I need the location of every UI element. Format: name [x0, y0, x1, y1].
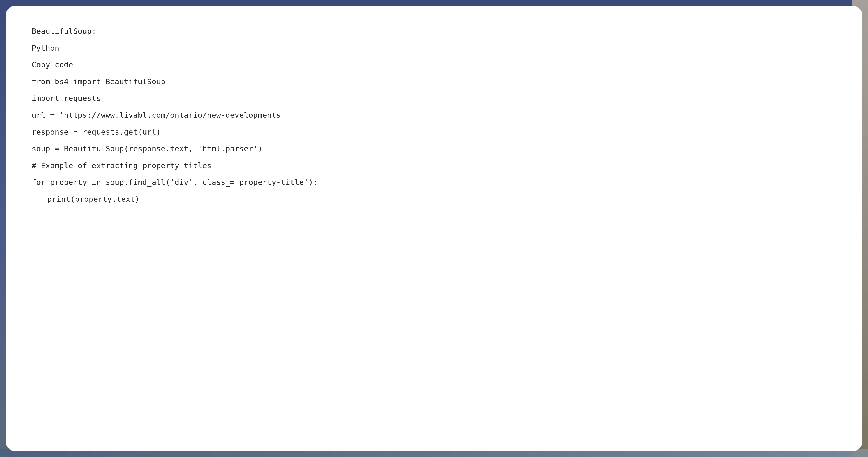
code-line-import-bs4: from bs4 import BeautifulSoup — [32, 77, 836, 87]
code-line-copy[interactable]: Copy code — [32, 60, 836, 70]
code-line-language: Python — [32, 43, 836, 54]
code-line-for-loop: for property in soup.find_all('div', cla… — [32, 177, 836, 188]
code-line-comment: # Example of extracting property titles — [32, 161, 836, 171]
code-container: BeautifulSoup: Python Copy code from bs4… — [6, 6, 862, 451]
code-line-title: BeautifulSoup: — [32, 26, 836, 37]
code-line-url: url = 'https://www.livabl.com/ontario/ne… — [32, 110, 836, 121]
code-line-print: print(property.text) — [32, 194, 836, 205]
code-line-soup: soup = BeautifulSoup(response.text, 'htm… — [32, 143, 836, 154]
code-line-response: response = requests.get(url) — [32, 127, 836, 138]
code-line-import-requests: import requests — [32, 93, 836, 104]
